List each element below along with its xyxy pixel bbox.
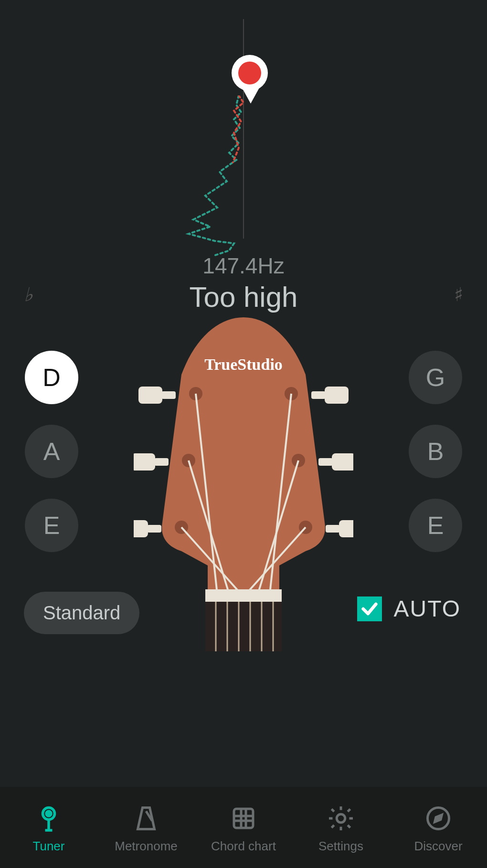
nav-metronome[interactable]: Metronome (97, 802, 195, 854)
nav-chord-chart[interactable]: Chord chart (195, 802, 292, 854)
settings-icon (324, 802, 358, 835)
svg-rect-31 (326, 525, 340, 533)
nav-settings[interactable]: Settings (292, 802, 390, 854)
brand-text: TrueStudio (204, 356, 283, 373)
nav-tuner[interactable]: Tuner (0, 802, 97, 854)
nav-label: Settings (318, 839, 363, 854)
svg-rect-34 (234, 809, 253, 828)
nav-label: Discover (414, 839, 462, 854)
svg-rect-28 (332, 453, 353, 471)
svg-rect-24 (134, 520, 148, 537)
tuning-mode-button[interactable]: Standard (24, 592, 139, 634)
sharp-icon: ♯ (454, 283, 463, 305)
string-peg-high-e[interactable]: E (409, 499, 462, 552)
svg-rect-26 (325, 387, 349, 404)
pitch-trace (162, 95, 277, 258)
svg-rect-13 (205, 602, 282, 651)
svg-point-33 (46, 811, 51, 816)
svg-rect-20 (138, 387, 162, 404)
svg-rect-25 (147, 525, 161, 533)
svg-rect-22 (134, 453, 155, 471)
string-peg-b[interactable]: B (409, 425, 462, 478)
compass-icon (422, 802, 455, 835)
svg-rect-29 (318, 458, 333, 466)
tuner-icon (32, 802, 65, 835)
flat-icon: ♭ (24, 283, 33, 305)
string-peg-a[interactable]: A (25, 425, 78, 478)
checkbox-icon (357, 596, 382, 621)
svg-point-35 (337, 814, 345, 823)
frequency-readout: 147.4Hz (0, 253, 487, 279)
tuning-status: Too high (0, 281, 487, 314)
string-peg-low-e[interactable]: E (25, 499, 78, 552)
metronome-icon (129, 802, 163, 835)
nav-discover[interactable]: Discover (390, 802, 487, 854)
svg-rect-30 (339, 520, 353, 537)
svg-rect-12 (205, 589, 282, 602)
nav-label: Chord chart (211, 839, 276, 854)
nav-label: Tuner (33, 839, 65, 854)
svg-rect-27 (311, 391, 326, 399)
bottom-nav: Tuner Metronome Chord chart Settings Dis… (0, 787, 487, 868)
guitar-headstock-icon: TrueStudio (134, 317, 353, 651)
pitch-track (0, 19, 487, 258)
chord-chart-icon (227, 802, 260, 835)
svg-rect-21 (161, 391, 176, 399)
auto-label: AUTO (394, 596, 461, 622)
string-peg-g[interactable]: G (409, 351, 462, 404)
svg-rect-23 (154, 458, 169, 466)
auto-toggle[interactable]: AUTO (357, 596, 461, 622)
nav-label: Metronome (115, 839, 178, 854)
string-peg-d[interactable]: D (25, 351, 78, 404)
